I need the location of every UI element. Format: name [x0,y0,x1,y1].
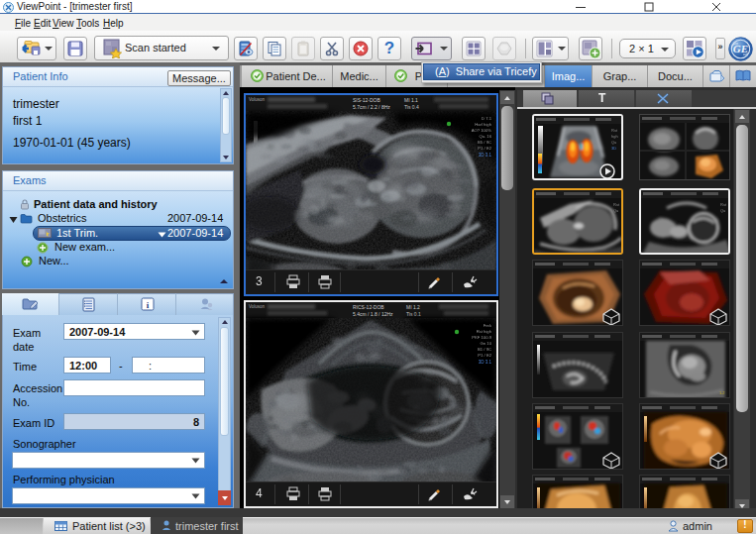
svg-text:3D 3.1: 3D 3.1 [479,153,492,158]
svg-text:PKF 100.9: PKF 100.9 [472,335,491,340]
svg-text:GE: GE [733,43,748,54]
svg-text:Qu: Qu [720,208,725,213]
svg-text:Qu. 16: Qu. 16 [479,134,491,139]
svg-text:Tis 0.4: Tis 0.4 [404,104,419,110]
svg-text:5.7cm / 2.2 / 8Hz: 5.7cm / 2.2 / 8Hz [353,104,390,110]
svg-text:RICS-12-DOB: RICS-12-DOB [353,304,384,310]
svg-text:B5 / 9C: B5 / 9C [478,140,491,145]
svg-text:AO? 100%: AO? 100% [472,128,492,133]
svg-text:MI 1.1: MI 1.1 [404,97,418,103]
svg-text:Rst high: Rst high [477,329,492,334]
svg-text:SIS-12-DOB: SIS-12-DOB [353,97,380,103]
svg-text:3D: 3D [611,146,616,151]
svg-text:5.4cm / 1.8 / 12Hz: 5.4cm / 1.8 / 12Hz [353,311,393,317]
svg-text:Qu: Qu [611,140,616,145]
svg-text:Rst: Rst [720,202,727,207]
svg-text:Voluson: Voluson [249,304,266,309]
svg-text:B1 / 9C: B1 / 9C [478,347,491,352]
svg-text:Rst: Rst [611,128,618,133]
svg-text:hgh: hgh [611,134,618,139]
svg-text:Gn 10: Gn 10 [481,341,492,346]
svg-text:MI 1.2: MI 1.2 [406,304,420,310]
svg-text:Voluson: Voluson [249,97,266,102]
svg-text:Qu: Qu [613,208,618,213]
svg-text:P1 / E2: P1 / E2 [478,146,491,151]
svg-text:Rst: Rst [613,202,620,207]
svg-text:P1 / E2: P1 / E2 [478,353,491,358]
svg-text:Tis 0.1: Tis 0.1 [406,311,421,317]
svg-text:D 7.1: D 7.1 [482,116,492,121]
svg-text:3D 3.1: 3D 3.1 [479,360,492,365]
svg-text:1.2: 1.2 [719,390,725,395]
svg-text:Harl high: Harl high [475,122,491,127]
svg-text:Frek: Frek [484,323,492,328]
